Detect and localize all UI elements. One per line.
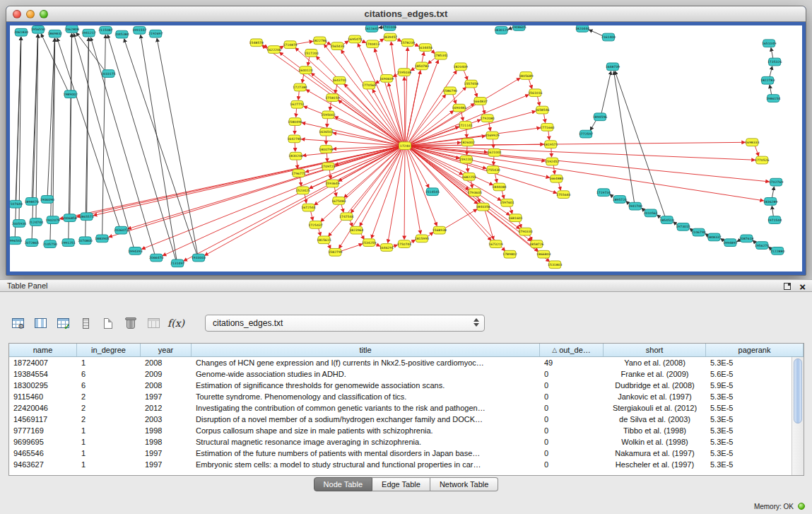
graph-node[interactable]: 2033175	[101, 70, 115, 78]
graph-node[interactable]: 1719734	[596, 189, 611, 197]
table-settings-button[interactable]	[8, 314, 27, 332]
table-cell[interactable]: Jankovic et al. (1997)	[604, 391, 706, 402]
graph-node[interactable]: 1514545	[425, 188, 440, 196]
table-cell[interactable]: 5.3E-5	[706, 391, 804, 402]
graph-node[interactable]: 1894596	[593, 113, 607, 121]
graph-node[interactable]: 1557458	[464, 80, 478, 88]
window-titlebar[interactable]: citations_edges.txt	[6, 6, 806, 22]
graph-node[interactable]: 1643701	[332, 76, 346, 84]
network-canvas[interactable]: 2061830195655018698322062808194121721150…	[10, 25, 802, 271]
zoom-window-button[interactable]	[40, 10, 48, 18]
graph-node[interactable]: 1822783	[760, 76, 775, 84]
table-row[interactable]: 1938455462009Genome-wide association stu…	[9, 368, 804, 380]
table-cell[interactable]: 6	[77, 380, 141, 391]
graph-node[interactable]: 1796771	[291, 170, 305, 177]
graph-node[interactable]: 1973015	[676, 223, 690, 230]
tab-node-table[interactable]: Node Table	[314, 477, 372, 491]
graph-node[interactable]: 1986154	[766, 95, 780, 103]
graph-node[interactable]: 1898470	[25, 198, 39, 206]
table-cell[interactable]: Disruption of a novel member of a sodium…	[192, 414, 540, 425]
table-cell[interactable]: 2009	[141, 368, 192, 380]
table-row[interactable]: 946362711997Embryonic stem cells: a mode…	[9, 459, 804, 470]
graph-node[interactable]: 1568938	[433, 226, 447, 234]
graph-node[interactable]: 1991251	[61, 239, 76, 247]
graph-node[interactable]: 1823964	[349, 226, 363, 234]
graph-node[interactable]: 2070800	[78, 237, 92, 245]
minimize-window-button[interactable]	[26, 10, 35, 18]
graph-node[interactable]: 1971544	[767, 216, 782, 224]
graph-node[interactable]: 2006858	[63, 214, 77, 222]
graph-node[interactable]: 1941217	[81, 29, 95, 37]
table-cell[interactable]: de Silva et al. (2003)	[604, 414, 706, 425]
graph-node[interactable]: 1627751	[290, 100, 304, 108]
graph-node[interactable]: 1755640	[556, 191, 570, 199]
graph-node[interactable]: 1727384	[293, 83, 307, 91]
column-header-year[interactable]: year	[141, 344, 192, 356]
table-cell[interactable]: 5.3E-5	[706, 436, 804, 448]
graph-node[interactable]: 2131497	[170, 259, 184, 267]
graph-node[interactable]: 1840356	[476, 203, 490, 211]
graph-node[interactable]: 1770569	[362, 81, 376, 89]
graph-node[interactable]: 1648739	[606, 63, 620, 71]
tab-edge-table[interactable]: Edge Table	[372, 477, 430, 491]
table-cell[interactable]: 5.3E-5	[706, 357, 804, 368]
graph-node[interactable]: 1664880	[549, 175, 563, 182]
table-cell[interactable]: 1998	[141, 425, 192, 436]
close-window-button[interactable]	[13, 10, 21, 18]
table-cell[interactable]: Yano et al. (2008)	[604, 357, 706, 368]
graph-node[interactable]: 2045384	[114, 30, 129, 38]
table-cell[interactable]: 1	[77, 448, 141, 459]
table-cell[interactable]: Franke et al. (2009)	[604, 368, 706, 380]
table-cell[interactable]: Tourette syndrome. Phenomenology and cla…	[192, 391, 540, 402]
graph-node[interactable]: 1866803	[536, 250, 551, 258]
graph-node[interactable]: 1658546	[535, 106, 549, 114]
tab-network-table[interactable]: Network Table	[430, 477, 499, 491]
graph-node[interactable]: 1956274	[755, 242, 769, 250]
column-header-out-de-[interactable]: △out_de…	[540, 344, 604, 356]
table-cell[interactable]: 0	[540, 448, 604, 459]
table-row[interactable]: 946554611997Estimation of the future num…	[9, 448, 804, 459]
graph-node[interactable]: 1770526	[755, 156, 769, 164]
table-cell[interactable]: 1997	[141, 459, 192, 470]
delete-button[interactable]	[122, 314, 140, 332]
column-header-in-degree[interactable]: in_degree	[77, 344, 141, 356]
graph-node[interactable]: 1830129	[494, 26, 508, 34]
graph-node[interactable]: 2087618	[739, 235, 753, 243]
graph-node[interactable]: 1565433	[330, 42, 344, 50]
table-cell[interactable]: 9777169	[9, 425, 77, 436]
graph-node[interactable]: 2107640	[10, 200, 23, 208]
table-cell[interactable]: Investigating the contribution of common…	[192, 402, 540, 414]
select-columns-button[interactable]	[54, 314, 72, 332]
table-row[interactable]: 2242004622012Investigating the contribut…	[9, 402, 804, 414]
table-row[interactable]: 977716911998Corpus callosum shape and si…	[9, 425, 804, 436]
graph-node[interactable]: 1994897	[723, 239, 737, 247]
table-cell[interactable]: Estimation of significance thresholds fo…	[192, 380, 540, 391]
graph-node[interactable]: 1548578	[249, 39, 264, 47]
table-cell[interactable]: 49	[540, 357, 604, 368]
graph-node[interactable]: 1790330	[518, 228, 532, 235]
graph-node[interactable]: 1933003	[192, 254, 206, 262]
table-cell[interactable]: 1	[77, 459, 141, 470]
graph-node[interactable]: 1996543	[10, 237, 22, 245]
graph-node[interactable]: 1815995	[415, 235, 429, 243]
table-cell[interactable]: Structural magnetic resonance image aver…	[192, 436, 540, 448]
graph-node[interactable]: 1593649	[325, 180, 339, 187]
graph-node[interactable]: 1675483	[331, 197, 346, 205]
graph-node[interactable]: 1561016	[528, 89, 542, 97]
graph-node[interactable]: 1600120	[298, 66, 312, 74]
new-file-button[interactable]	[99, 314, 117, 332]
table-cell[interactable]: Dudbridge et al. (2008)	[604, 380, 706, 391]
graph-node[interactable]: 1785341	[434, 52, 448, 59]
graph-node[interactable]: 2106799	[691, 228, 705, 236]
graph-node[interactable]: 1690609	[379, 75, 394, 83]
graph-node[interactable]: 1523425	[295, 187, 310, 194]
graph-node[interactable]: 2105750	[43, 240, 57, 248]
table-cell[interactable]: Embryonic stem cells: a model to study s…	[192, 459, 540, 470]
table-selector-combobox[interactable]: citations_edges.txt	[205, 315, 485, 332]
table-cell[interactable]: 5.9E-5	[706, 380, 804, 391]
graph-node[interactable]: 1805689	[519, 72, 533, 80]
graph-node[interactable]: 1595002	[321, 111, 335, 119]
table-cell[interactable]: 18724007	[9, 357, 77, 368]
table-cell[interactable]: 2	[77, 414, 141, 425]
graph-node[interactable]: 1682255	[461, 173, 476, 181]
